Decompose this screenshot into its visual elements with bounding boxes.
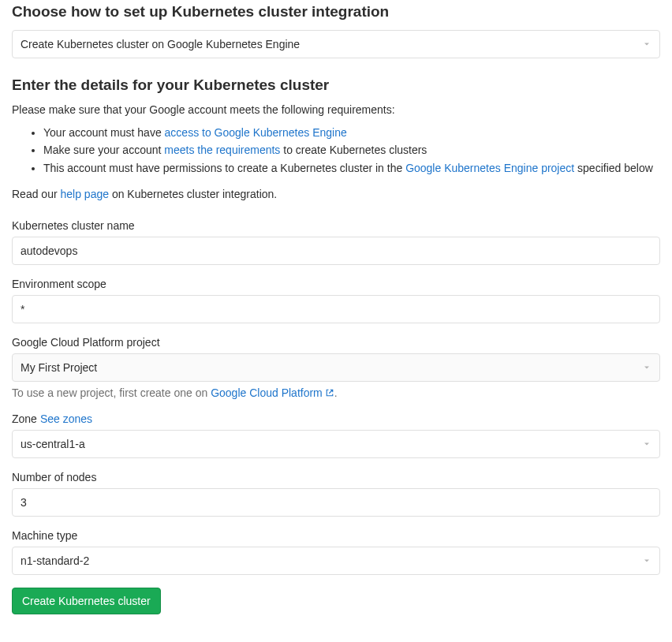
- requirement-item: Your account must have access to Google …: [43, 124, 660, 141]
- gke-project-link[interactable]: Google Kubernetes Engine project: [405, 162, 574, 174]
- zone-value: us-central1-a: [21, 438, 85, 450]
- machine-type-value: n1-standard-2: [21, 554, 89, 567]
- read-our-text: Read our help page on Kubernetes cluster…: [12, 188, 660, 200]
- gke-access-link[interactable]: access to Google Kubernetes Engine: [165, 126, 347, 139]
- help-page-link[interactable]: help page: [60, 188, 109, 200]
- external-link-icon: [325, 387, 334, 400]
- zone-label: Zone: [12, 412, 37, 425]
- requirements-intro: Please make sure that your Google accoun…: [12, 103, 660, 116]
- gcp-link[interactable]: Google Cloud Platform: [211, 386, 334, 399]
- create-cluster-button[interactable]: Create Kubernetes cluster: [12, 588, 161, 614]
- gcp-project-help: To use a new project, first create one o…: [12, 386, 660, 400]
- chevron-down-icon: [642, 439, 651, 449]
- cluster-name-label: Kubernetes cluster name: [12, 219, 660, 232]
- nodes-input[interactable]: [12, 488, 660, 517]
- requirements-list: Your account must have access to Google …: [12, 124, 660, 177]
- env-scope-label: Environment scope: [12, 278, 660, 290]
- see-zones-link[interactable]: See zones: [40, 412, 92, 430]
- gcp-project-value: My First Project: [21, 361, 97, 374]
- machine-type-label: Machine type: [12, 529, 660, 542]
- requirement-item: Make sure your account meets the require…: [43, 141, 660, 159]
- zone-dropdown[interactable]: us-central1-a: [12, 430, 660, 458]
- chevron-down-icon: [642, 556, 651, 565]
- setup-heading: Choose how to set up Kubernetes cluster …: [12, 3, 660, 21]
- cluster-name-input[interactable]: [12, 237, 660, 265]
- env-scope-input[interactable]: [12, 295, 660, 323]
- nodes-label: Number of nodes: [12, 471, 660, 483]
- meets-requirements-link[interactable]: meets the requirements: [164, 144, 280, 156]
- gcp-project-label: Google Cloud Platform project: [12, 336, 660, 349]
- machine-type-dropdown[interactable]: n1-standard-2: [12, 547, 660, 575]
- setup-method-value: Create Kubernetes cluster on Google Kube…: [21, 38, 300, 50]
- chevron-down-icon: [642, 39, 651, 49]
- setup-method-dropdown[interactable]: Create Kubernetes cluster on Google Kube…: [12, 30, 660, 58]
- requirement-item: This account must have permissions to cr…: [43, 159, 660, 177]
- chevron-down-icon: [642, 363, 651, 372]
- gcp-project-dropdown[interactable]: My First Project: [12, 353, 660, 382]
- details-heading: Enter the details for your Kubernetes cl…: [12, 77, 660, 94]
